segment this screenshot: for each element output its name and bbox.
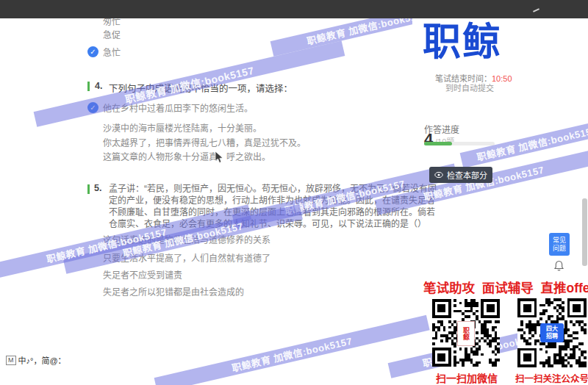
qr-right-caption: 扫一扫关注公众号 [515, 371, 588, 385]
q4-number: 4. [95, 81, 102, 91]
q4-option-4[interactable]: 这篇文章的人物形象十分逼真，呼之欲出。 [103, 152, 270, 162]
qr-right-badge: 四大招聘 [540, 323, 564, 342]
q5-number: 5. [94, 183, 101, 193]
ime-status-bar[interactable]: M 中♪°，简@： [6, 354, 66, 366]
q3-option-2[interactable]: 急促 [103, 30, 121, 40]
faq-label: 常见问题 [553, 237, 566, 253]
progress-bar [424, 142, 495, 145]
q4-option-2[interactable]: 沙漠中的海市蜃楼光怪陆离，十分美丽。 [103, 123, 262, 134]
qr-left-badge: 职鲸 [457, 321, 475, 346]
q4-option-3[interactable]: 你太越界了，把事情弄得乱七八糟，真是过犹不及。 [103, 138, 306, 148]
q5-marker [87, 184, 90, 194]
topbar-artifact [533, 8, 539, 12]
ime-mode-badge: M [6, 356, 16, 365]
check-section-label: 检查本部分 [447, 169, 487, 181]
q5-option-3[interactable]: 失足者不应受到谴责 [103, 270, 182, 281]
q3-option-3[interactable]: 急忙 [103, 48, 121, 58]
q3-option-3-check-icon[interactable]: ✓ [87, 46, 98, 57]
q5-option-4[interactable]: 失足者之所以犯错都是由社会造成的 [103, 287, 244, 298]
auto-submit-note: 到时自动提交 [445, 82, 494, 93]
faq-button[interactable]: 常见问题 [549, 233, 570, 256]
end-time-value: 10:50 [492, 74, 512, 83]
check-glyph: ✓ [90, 48, 96, 56]
browser-top-bar [0, 0, 588, 18]
brand-logo-text: 职鲸 [423, 23, 502, 61]
eye-icon [434, 171, 443, 179]
scrollbar-thumb[interactable] [582, 198, 587, 266]
watermark-banner: 职鲸教育 加微信:book5157 [34, 41, 345, 127]
check-section-button[interactable]: 检查本部分 [429, 167, 492, 183]
promo-headline: 笔试助攻 面试辅导 直推offer [423, 278, 588, 296]
watermark-banner: 职鲸教育 加微信:book5157 [154, 315, 430, 385]
mouse-cursor [215, 151, 225, 168]
q3-option-1[interactable]: 匆忙 [103, 17, 121, 27]
qr-left-caption: 扫一扫加微信 [436, 370, 498, 385]
bell-icon[interactable] [553, 260, 564, 276]
brand-logo: 职鲸 [412, 15, 512, 69]
answered-count: 4 [424, 130, 433, 149]
q4-marker [87, 82, 90, 91]
ime-tools: 中♪°，简@： [18, 354, 66, 366]
progress-fill [424, 142, 452, 145]
